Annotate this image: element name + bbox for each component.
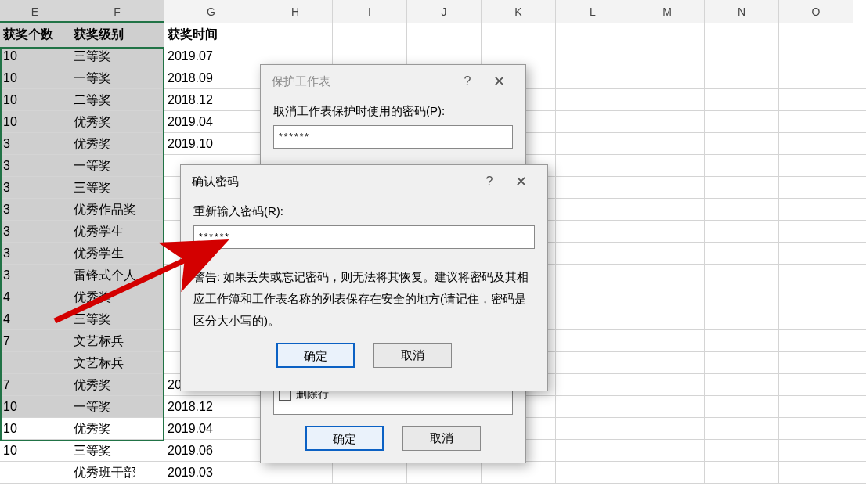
cell[interactable]	[779, 23, 853, 45]
col-header-I[interactable]: I	[333, 0, 407, 23]
cell[interactable]	[779, 111, 853, 132]
cell[interactable]	[556, 396, 630, 417]
cell[interactable]	[705, 374, 779, 395]
password-input[interactable]	[273, 125, 513, 149]
cell[interactable]	[630, 67, 705, 88]
cell[interactable]	[556, 440, 630, 461]
cell[interactable]	[556, 286, 630, 308]
cell[interactable]	[779, 177, 853, 198]
cell[interactable]: 3	[0, 177, 70, 198]
cell[interactable]: 2019.07	[164, 45, 258, 67]
cell[interactable]	[407, 45, 482, 67]
cell[interactable]	[556, 330, 630, 351]
cell[interactable]	[407, 462, 482, 483]
col-header-G[interactable]: G	[164, 0, 258, 23]
cell[interactable]: 10	[0, 45, 70, 67]
cancel-button[interactable]: 取消	[402, 426, 481, 451]
col-header-O[interactable]: O	[779, 0, 853, 23]
cell[interactable]	[482, 23, 556, 45]
cell[interactable]	[705, 308, 779, 329]
cell[interactable]	[779, 67, 853, 88]
cell[interactable]	[258, 23, 333, 45]
cell[interactable]: 文艺标兵	[70, 330, 164, 351]
col-header-E[interactable]: E	[0, 0, 70, 23]
cell[interactable]: 4	[0, 308, 70, 329]
cell[interactable]	[0, 352, 70, 373]
cell[interactable]	[779, 330, 853, 351]
cell[interactable]: 三等奖	[70, 177, 164, 198]
cell[interactable]: 2019.03	[164, 462, 258, 483]
cell[interactable]: 10	[0, 111, 70, 132]
cell[interactable]	[705, 418, 779, 439]
cell[interactable]: 优秀作品奖	[70, 199, 164, 220]
col-header-L[interactable]: L	[556, 0, 630, 23]
cell[interactable]	[630, 352, 705, 373]
cell[interactable]	[630, 177, 705, 198]
cell[interactable]: 3	[0, 155, 70, 176]
cell[interactable]	[705, 221, 779, 242]
cell[interactable]: 一等奖	[70, 396, 164, 417]
cell[interactable]	[630, 155, 705, 176]
cell[interactable]	[630, 462, 705, 483]
cell[interactable]	[630, 418, 705, 439]
cell[interactable]: 一等奖	[70, 67, 164, 88]
cell[interactable]	[407, 23, 482, 45]
cell[interactable]	[333, 462, 407, 483]
cell[interactable]	[630, 23, 705, 45]
cell[interactable]	[482, 462, 556, 483]
cell[interactable]: 优秀奖	[70, 374, 164, 395]
cell[interactable]: 二等奖	[70, 89, 164, 110]
cell[interactable]	[556, 462, 630, 483]
cell[interactable]	[779, 89, 853, 110]
cell[interactable]: 10	[0, 396, 70, 417]
col-header-N[interactable]: N	[705, 0, 779, 23]
cell[interactable]	[556, 111, 630, 132]
cell[interactable]	[630, 396, 705, 417]
cell[interactable]	[556, 352, 630, 373]
cell[interactable]	[705, 45, 779, 67]
cell[interactable]: 文艺标兵	[70, 352, 164, 373]
cell[interactable]	[556, 374, 630, 395]
cell[interactable]	[705, 89, 779, 110]
cell[interactable]: 优秀班干部	[70, 462, 164, 483]
col-header-J[interactable]: J	[407, 0, 482, 23]
cell[interactable]	[705, 243, 779, 264]
cell[interactable]	[705, 396, 779, 417]
cell[interactable]	[630, 243, 705, 264]
cell[interactable]	[705, 265, 779, 286]
cell[interactable]	[705, 155, 779, 176]
ok-button[interactable]: 确定	[276, 343, 355, 368]
cell[interactable]	[556, 265, 630, 286]
cell[interactable]: 2019.04	[164, 111, 258, 132]
cell[interactable]	[556, 133, 630, 154]
cell[interactable]: 优秀奖	[70, 133, 164, 154]
cell[interactable]: 雷锋式个人	[70, 265, 164, 286]
cell[interactable]: 获奖时间	[164, 23, 258, 45]
table-row[interactable]: 优秀班干部2019.03	[0, 462, 866, 484]
help-icon[interactable]: ?	[474, 175, 505, 189]
cell[interactable]: 3	[0, 265, 70, 286]
cell[interactable]	[779, 221, 853, 242]
cell[interactable]	[779, 352, 853, 373]
cell[interactable]	[779, 45, 853, 67]
cell[interactable]	[0, 462, 70, 483]
cell[interactable]: 三等奖	[70, 45, 164, 67]
cell[interactable]	[333, 45, 407, 67]
cell[interactable]: 3	[0, 133, 70, 154]
cell[interactable]: 优秀奖	[70, 418, 164, 439]
cancel-button[interactable]: 取消	[373, 343, 452, 368]
cell[interactable]	[779, 440, 853, 461]
col-header-K[interactable]: K	[482, 0, 556, 23]
cell[interactable]: 优秀学生	[70, 243, 164, 264]
cell[interactable]: 10	[0, 418, 70, 439]
cell[interactable]: 优秀学生	[70, 221, 164, 242]
cell[interactable]: 10	[0, 440, 70, 461]
cell[interactable]: 2019.04	[164, 418, 258, 439]
cell[interactable]: 优秀奖	[70, 286, 164, 308]
cell[interactable]	[556, 155, 630, 176]
cell[interactable]: 获奖级别	[70, 23, 164, 45]
cell[interactable]	[630, 89, 705, 110]
cell[interactable]	[630, 308, 705, 329]
cell[interactable]: 2019.10	[164, 133, 258, 154]
cell[interactable]: 2018.12	[164, 89, 258, 110]
